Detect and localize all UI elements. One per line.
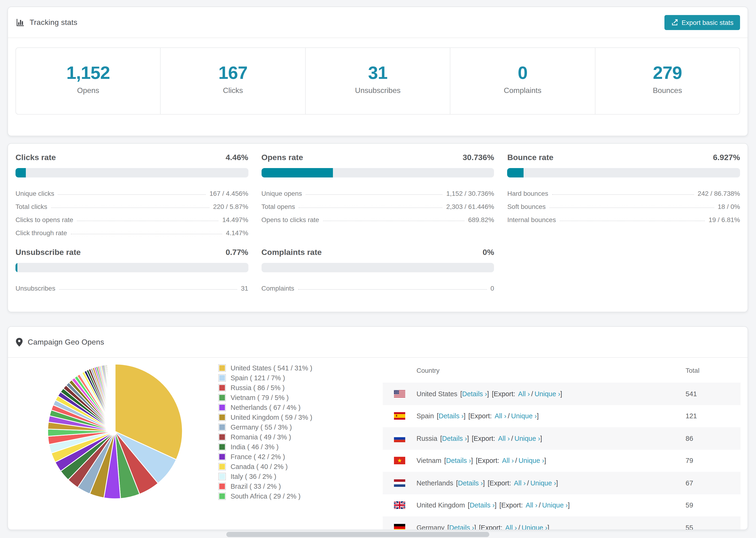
bounce-rate-group: Bounce rate6.927% Hard bounces242 / 86.7… [507,153,740,237]
legend-swatch [218,473,226,480]
summary-stats-row: 1,152 Opens 167 Clicks 31 Unsubscribes 0… [16,47,740,115]
details-link[interactable]: Details › [439,412,463,420]
country-total: 55 [685,524,740,530]
legend-swatch [218,364,226,372]
export-unique-link[interactable]: Unique › [542,502,568,509]
export-unique-link[interactable]: Unique › [530,479,556,487]
flag-vietnam-icon [394,457,405,464]
legend-swatch [218,374,226,382]
legend-item: United Kingdom ( 59 / 3% ) [218,413,312,421]
unsubscribe-rate-group: Unsubscribe rate0.77% Unsubscribes31 [16,248,248,292]
clicks-rate-title: Clicks rate [16,153,56,162]
export-unique-link[interactable]: Unique › [522,524,548,530]
stat-line: Total opens2,303 / 61.446% [261,197,494,210]
clicks-count: 167 [161,62,305,83]
country-total: 59 [685,502,740,509]
stat-line: Hard bounces242 / 86.738% [507,184,740,197]
opens-label: Opens [16,86,160,95]
bar-chart-icon [16,18,25,27]
stat-line: Clicks to opens rate14.497% [16,210,248,224]
total-column-header: Total [685,366,740,374]
export-unique-link[interactable]: Unique › [535,390,561,398]
legend-swatch [218,413,226,421]
country-total: 121 [685,412,740,420]
stat-bounces: 279 Bounces [595,48,739,114]
details-link[interactable]: Details › [469,502,495,509]
unsubscribe-rate-progressbar [16,263,248,272]
stat-line: Internal bounces19 / 6.81% [507,210,740,224]
legend-item: Romania ( 49 / 3% ) [218,433,312,441]
complaints-label: Complaints [450,86,595,95]
tracking-stats-card: Tracking stats Export basic stats 1,152 … [8,7,748,136]
export-unique-link[interactable]: Unique › [511,412,537,420]
export-all-link[interactable]: All › [514,479,526,487]
geo-country-table: Country Total United States[Details ›][E… [383,358,740,530]
flag-germany-icon [394,524,405,530]
stat-line: Unsubscribes31 [16,279,248,292]
table-row: United Kingdom[Details ›][Export:All ›/U… [383,494,740,516]
bounce-rate-value: 6.927% [713,153,740,162]
complaints-rate-value: 0% [483,248,494,257]
legend-item: Spain ( 121 / 7% ) [218,374,312,382]
page-title: Tracking stats [29,18,78,27]
export-unique-link[interactable]: Unique › [514,435,540,442]
export-unique-link[interactable]: Unique › [518,457,544,464]
table-header: Country Total [383,358,740,383]
details-link[interactable]: Details › [446,457,471,464]
flag-united-kingdom-icon [394,502,405,509]
export-all-link[interactable]: All › [498,435,510,442]
legend-swatch [218,493,226,500]
export-all-link[interactable]: All › [526,502,537,509]
export-all-link[interactable]: All › [518,390,530,398]
clicks-label: Clicks [161,86,305,95]
table-row: Germany[Details ›][Export:All ›/Unique ›… [383,516,740,530]
flag-netherlands-icon [394,479,405,487]
unsubscribe-rate-title: Unsubscribe rate [16,248,81,257]
country-column-header: Country [383,366,685,374]
bounce-rate-progressbar [507,168,740,178]
details-link[interactable]: Details › [449,524,474,530]
bounce-rate-title: Bounce rate [507,153,554,162]
legend-item: Germany ( 55 / 3% ) [218,423,312,431]
geo-opens-header: Campaign Geo Opens [8,327,747,358]
details-link[interactable]: Details › [458,479,483,487]
legend-item: France ( 42 / 2% ) [218,453,312,460]
table-row: United States[Details ›][Export:All ›/Un… [383,383,740,405]
legend-swatch [218,384,226,392]
stat-unsubscribes: 31 Unsubscribes [305,48,450,114]
legend-item: Brazil ( 33 / 2% ) [218,483,312,490]
clicks-rate-value: 4.46% [226,153,248,162]
bounces-label: Bounces [595,86,739,95]
complaints-count: 0 [450,62,595,83]
opens-count: 1,152 [16,62,160,83]
rates-card: Clicks rate4.46% Unique clicks167 / 4.45… [8,143,748,312]
geo-opens-title: Campaign Geo Opens [28,338,104,346]
legend-item: Netherlands ( 67 / 4% ) [218,404,312,411]
stat-clicks: 167 Clicks [160,48,305,114]
export-all-link[interactable]: All › [495,412,507,420]
details-link[interactable]: Details › [442,435,467,442]
details-link[interactable]: Details › [462,390,487,398]
unsubscribes-count: 31 [306,62,450,83]
complaints-rate-progressbar [261,263,494,272]
horizontal-scrollbar-thumb[interactable] [226,532,489,537]
legend-swatch [218,433,226,441]
clicks-rate-progressbar [16,168,248,178]
unsubscribe-rate-value: 0.77% [226,248,248,257]
legend-item: South Africa ( 29 / 2% ) [218,493,312,500]
tracking-stats-header: Tracking stats Export basic stats [8,7,747,38]
export-all-link[interactable]: All › [502,457,514,464]
dashboard: Tracking stats Export basic stats 1,152 … [0,0,756,538]
legend-item: Vietnam ( 79 / 5% ) [218,394,312,402]
geo-opens-pie-chart [44,360,187,503]
export-all-link[interactable]: All › [505,524,517,530]
legend-swatch [218,404,226,411]
export-basic-stats-button[interactable]: Export basic stats [664,15,740,30]
opens-rate-value: 30.736% [462,153,494,162]
map-pin-icon [16,337,23,347]
stat-line: Unique clicks167 / 4.456% [16,184,248,197]
stat-line: Click through rate4.147% [16,224,248,237]
stat-line: Opens to clicks rate689.82% [261,210,494,224]
stat-line: Soft bounces18 / 0% [507,197,740,210]
stat-line: Unique opens1,152 / 30.736% [261,184,494,197]
